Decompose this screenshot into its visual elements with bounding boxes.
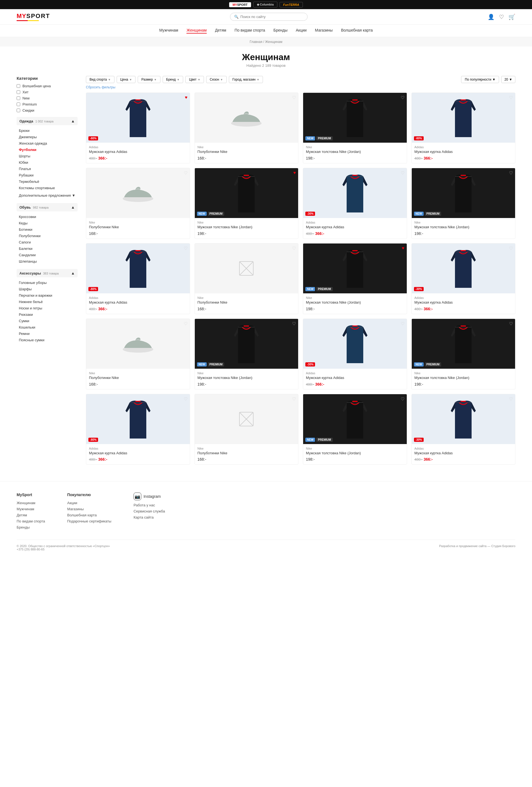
filter-premium[interactable]: Premium [17, 102, 78, 106]
wishlist-button[interactable]: ♡ [292, 246, 296, 251]
product-card[interactable]: ♡ -80% Adidas Мужская куртка Adidas 480:… [411, 92, 516, 164]
footer-link-servis[interactable]: Сервисная служба [133, 509, 165, 513]
nav-po-vidam[interactable]: По видам спорта [234, 28, 265, 34]
wishlist-button[interactable]: ♡ [509, 246, 513, 251]
wishlist-button[interactable]: ♥ [185, 95, 188, 100]
filter-hit-checkbox[interactable] [17, 90, 20, 94]
cat-sharfy[interactable]: Шарфы [19, 286, 78, 292]
cat-sandalii[interactable]: Сандалии [19, 252, 78, 258]
wishlist-button[interactable]: ♡ [401, 321, 405, 326]
wishlist-icon-button[interactable]: ♡ [499, 14, 504, 20]
nav-akcii[interactable]: Акции [296, 28, 306, 34]
wishlist-button[interactable]: ♡ [292, 321, 296, 326]
cat-dzhempery[interactable]: Джемперы [19, 134, 78, 140]
product-card[interactable]: ♥ -80% Adidas Мужская куртка Adidas 480:… [86, 92, 190, 164]
search-input[interactable] [240, 15, 303, 19]
product-card[interactable]: ♡ -80% Adidas Мужская куртка Adidas 480:… [86, 243, 190, 314]
product-card[interactable]: ♡ NEWPREMIUM Nike Мужская толстовка Nike… [303, 394, 407, 465]
footer-link-sertifikaty[interactable]: Подарочные сертификаты [67, 519, 111, 523]
filter-volshebnaya-cena[interactable]: Волшебная цена [17, 84, 78, 88]
wishlist-button[interactable]: ♡ [509, 321, 513, 326]
cat-golovnye-ubory[interactable]: Головные уборы [19, 279, 78, 286]
product-card[interactable]: ♡ -30% Adidas Мужская куртка Adidas 480:… [411, 394, 516, 465]
product-card[interactable]: ♡ NEWPREMIUM Nike Мужская толстовка Nike… [194, 319, 299, 389]
footer-link-akcii[interactable]: Акции [67, 501, 111, 505]
cat-platya[interactable]: Платья [19, 166, 78, 172]
product-card[interactable]: ♡ -80% Adidas Мужская куртка Adidas 480:… [86, 394, 190, 465]
category-header-aksessuary[interactable]: Аксессуары 383 товара ▲ [17, 269, 78, 277]
nav-detyam[interactable]: Детям [215, 28, 226, 34]
product-card[interactable]: ♡ NEWPREMIUM Nike Мужская толстовка Nike… [411, 168, 516, 239]
wishlist-button[interactable]: ♡ [509, 397, 513, 402]
filter-brend[interactable]: Бренд ▼ [163, 76, 184, 83]
nav-volshebnaya-karta[interactable]: Волшебная карта [341, 28, 373, 34]
category-header-odezhda[interactable]: Одежда 1 002 товара ▲ [17, 117, 78, 125]
cat-sumki[interactable]: Сумки [19, 318, 78, 324]
cat-remni[interactable]: Ремни [19, 331, 78, 337]
cat-shlepantsy[interactable]: Шлепанцы [19, 258, 78, 264]
cat-sapogi[interactable]: Сапоги [19, 239, 78, 246]
footer-link-po-vidam[interactable]: По видам спорта [17, 519, 45, 523]
category-header-obuv[interactable]: Обувь 982 товара ▲ [17, 203, 78, 211]
cat-nizhnee-bele[interactable]: Нижнее бельё [19, 299, 78, 305]
product-card[interactable]: ♡ Nike Полуботинки Nike 168:- [194, 394, 299, 465]
filter-premium-checkbox[interactable] [17, 103, 20, 106]
cat-noski[interactable]: Носки и гетры [19, 305, 78, 311]
topbar-mysport[interactable]: MYSPORT [229, 2, 251, 7]
filter-vid-sporta[interactable]: Вид спорта ▼ [86, 76, 114, 83]
footer-link-volshebnaya-karta[interactable]: Волшебная карта [67, 513, 111, 517]
product-card[interactable]: ♡ -30% Adidas Мужская куртка Adidas 480:… [303, 168, 407, 239]
nav-magaziny[interactable]: Магазины [315, 28, 333, 34]
footer-link-rabota[interactable]: Работа у нас [133, 503, 165, 507]
sort-button[interactable]: По популярности ▼ [461, 76, 499, 83]
product-card[interactable]: ♥ NEWPREMIUM Nike Мужская толстовка Nike… [303, 243, 407, 314]
cat-kostyumy[interactable]: Костюмы спортивные [19, 185, 78, 191]
filter-hit[interactable]: Хит [17, 90, 78, 94]
wishlist-button[interactable]: ♡ [184, 397, 188, 402]
filter-cvet[interactable]: Цвет ▼ [185, 76, 204, 83]
filter-sezon[interactable]: Сезон ▼ [206, 76, 227, 83]
product-card[interactable]: ♡ NEWPREMIUM Nike Мужская толстовка Nike… [411, 319, 516, 389]
cat-bryuki[interactable]: Брюки [19, 127, 78, 134]
wishlist-button[interactable]: ♡ [509, 95, 513, 100]
wishlist-button[interactable]: ♥ [402, 246, 405, 251]
product-card[interactable]: ♡ Nike Полуботинки Nike 168:- [86, 168, 190, 239]
cat-krossovki[interactable]: Кроссовки [19, 214, 78, 220]
user-icon-button[interactable]: 👤 [488, 14, 495, 20]
wishlist-button[interactable]: ♡ [292, 95, 296, 100]
wishlist-button[interactable]: ♡ [401, 95, 405, 100]
cat-baletki[interactable]: Балетки [19, 246, 78, 252]
product-card[interactable]: ♥ NEWPREMIUM Nike Мужская толстовка Nike… [194, 168, 299, 239]
filter-new-checkbox[interactable] [17, 97, 20, 100]
cat-shorty[interactable]: Шорты [19, 153, 78, 159]
footer-link-magaziny[interactable]: Магазины [67, 507, 111, 511]
wishlist-button[interactable]: ♡ [509, 170, 513, 176]
cat-koshelki[interactable]: Кошельки [19, 324, 78, 331]
cat-botinki[interactable]: Ботинки [19, 226, 78, 233]
topbar-funterra[interactable]: FunTERRA [280, 2, 303, 7]
wishlist-button[interactable]: ♡ [184, 170, 188, 176]
wishlist-button[interactable]: ♡ [401, 397, 405, 402]
filter-skidki[interactable]: Скидки [17, 108, 78, 112]
nav-mujchinam[interactable]: Мужчинам [159, 28, 178, 34]
product-card[interactable]: ♡ Nike Полуботинки Nike 168:- [194, 243, 299, 314]
cat-dop-predlozhenia[interactable]: Дополнительные предложения ▼ [19, 192, 78, 199]
filter-skidki-checkbox[interactable] [17, 109, 20, 112]
footer-link-karta-saita[interactable]: Карта сайта [133, 515, 165, 519]
footer-link-zhenshchinam[interactable]: Женщинам [17, 501, 45, 505]
cat-ryukzaki[interactable]: Рюкзаки [19, 311, 78, 318]
cat-rubashki[interactable]: Рубашки [19, 172, 78, 178]
product-card[interactable]: ♡ Nike Полуботинки Nike 168:- [194, 92, 299, 164]
breadcrumb-home[interactable]: Главная [250, 40, 262, 44]
nav-brendy[interactable]: Бренды [274, 28, 288, 34]
footer-link-brendy[interactable]: Бренды [17, 525, 45, 529]
cart-icon-button[interactable]: 🛒 [508, 14, 515, 20]
filter-razmer[interactable]: Размер ▼ [138, 76, 160, 83]
cat-polubotinki[interactable]: Полуботинки [19, 233, 78, 239]
wishlist-button[interactable]: ♡ [184, 246, 188, 251]
product-card[interactable]: ♡ -30% Adidas Мужская куртка Adidas 480:… [411, 243, 516, 314]
nav-zhenshchinam[interactable]: Женщинам [187, 28, 207, 34]
cat-poyasnye-sumki[interactable]: Поясные сумки [19, 337, 78, 343]
filter-gorod-magazin[interactable]: Город, магазин ▼ [229, 76, 263, 83]
cat-termobele[interactable]: Термобельё [19, 178, 78, 185]
